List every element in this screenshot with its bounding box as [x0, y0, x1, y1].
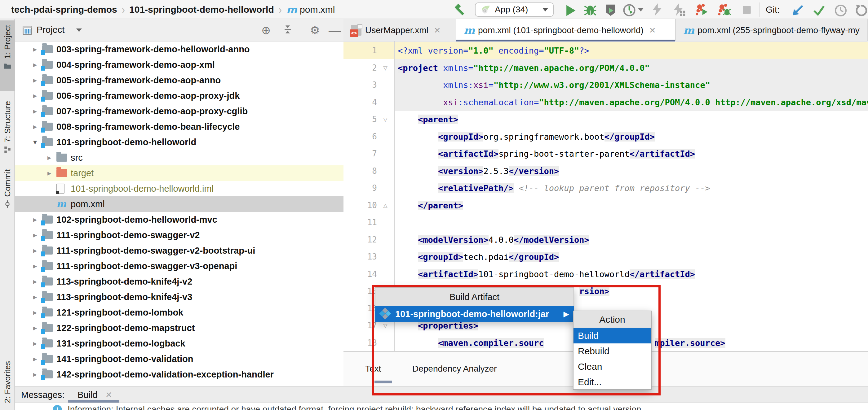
line-number: 18: [343, 335, 377, 351]
chevron-right-icon[interactable]: [28, 354, 42, 363]
chevron-right-icon[interactable]: [28, 76, 42, 84]
commit-icon: [3, 200, 11, 208]
chevron-right-icon[interactable]: [28, 107, 42, 115]
code-line: xsi:schemaLocation="http://maven.apache.…: [398, 94, 868, 111]
chevron-down-icon[interactable]: [76, 29, 82, 32]
tree-item[interactable]: 111-springboot-demo-swagger-v2: [15, 227, 343, 243]
toolbar-separator: [759, 2, 760, 17]
stripe-tab-commit[interactable]: Commit: [0, 165, 15, 217]
tree-item[interactable]: 113-springboot-demo-knife4j-v2: [15, 274, 343, 289]
tree-item[interactable]: 003-spring-framework-demo-helloworld-ann…: [15, 41, 343, 57]
profiler-chevron-icon[interactable]: [638, 8, 644, 11]
chevron-right-icon[interactable]: [42, 169, 56, 177]
tree-item[interactable]: 122-springboot-demo-mapstruct: [15, 320, 343, 336]
hide-panel-icon[interactable]: —: [329, 24, 341, 37]
chevron-right-icon[interactable]: [28, 308, 42, 317]
tree-item[interactable]: mpom.xml: [15, 196, 343, 212]
run-configuration-select[interactable]: App (34): [475, 2, 554, 17]
chevron-right-icon[interactable]: [42, 153, 56, 162]
fold-up-icon[interactable]: ▵: [383, 200, 388, 211]
chevron-right-icon[interactable]: [28, 370, 42, 379]
debug-button[interactable]: [583, 3, 597, 17]
module-icon: [42, 293, 56, 301]
chevron-right-icon[interactable]: [28, 122, 42, 131]
chevron-right-icon[interactable]: [28, 246, 42, 255]
tree-item[interactable]: 121-springboot-demo-lombok: [15, 305, 343, 320]
tree-item[interactable]: src: [15, 150, 343, 165]
tree-item-label: 003-spring-framework-demo-helloworld-ann…: [56, 44, 250, 55]
tree-item[interactable]: 142-springboot-demo-validation-exception…: [15, 367, 343, 382]
tree-item[interactable]: 008-spring-framework-demo-bean-lifecycle: [15, 119, 343, 134]
tree-item[interactable]: 102-springboot-demo-helloworld-mvc: [15, 212, 343, 227]
editor-tab-label: pom.xml (101-springboot-demo-helloworld): [478, 25, 644, 35]
chevron-right-icon[interactable]: [28, 293, 42, 301]
tree-item[interactable]: 004-spring-framework-demo-aop-xml: [15, 57, 343, 72]
history-clock-icon[interactable]: [834, 4, 847, 18]
run-button[interactable]: [564, 4, 577, 18]
breadcrumb-file[interactable]: m pom.xml: [286, 4, 335, 15]
build-hammer-icon[interactable]: [453, 3, 467, 17]
git-commit-button[interactable]: [812, 3, 826, 17]
chevron-down-icon[interactable]: [28, 138, 42, 146]
tree-item[interactable]: 101-springboot-demo-helloworld: [15, 134, 343, 150]
stripe-tab-favorites[interactable]: 2: Favorites: [0, 357, 15, 410]
project-view-icon: [22, 25, 33, 36]
line-number: 8: [343, 163, 377, 180]
editor-tab[interactable]: pom.xml (101-springboot-demo-helloworld): [456, 19, 676, 41]
chevron-right-icon[interactable]: [28, 60, 42, 69]
tree-item[interactable]: 131-springboot-demo-logback: [15, 336, 343, 351]
collapse-all-icon[interactable]: [281, 24, 294, 37]
run-with-coverage-button[interactable]: [604, 3, 618, 17]
tree-item[interactable]: 006-spring-framework-demo-aop-proxy-jdk: [15, 88, 343, 103]
module-icon: [42, 339, 56, 347]
tree-item[interactable]: target: [15, 165, 343, 181]
breadcrumb-module[interactable]: 101-springboot-demo-helloworld: [129, 4, 274, 15]
profiler-button[interactable]: [622, 3, 636, 17]
chevron-right-icon[interactable]: [28, 45, 42, 54]
artifact-item[interactable]: 101-springboot-demo-helloworld:jar: [375, 306, 574, 322]
editor-tab[interactable]: UserMapper.xml: [343, 19, 456, 41]
maven-file-icon: m: [286, 4, 297, 15]
stripe-tab-structure-label: 7: Structure: [3, 101, 12, 142]
stripe-tab-project[interactable]: 1: Project: [0, 21, 15, 91]
menu-item-clean[interactable]: Clean: [574, 359, 651, 374]
tree-item[interactable]: 113-springboot-demo-knife4j-v3: [15, 289, 343, 305]
chevron-right-icon[interactable]: [28, 323, 42, 332]
gear-icon[interactable]: ⚙: [309, 24, 321, 37]
module-icon: [42, 262, 56, 270]
menu-item-rebuild[interactable]: Rebuild: [574, 343, 651, 359]
editor-tab[interactable]: pom.xml (255-springboot-demo-flyway-my: [676, 19, 868, 41]
tree-item[interactable]: 111-springboot-demo-swagger-v2-bootstrap…: [15, 243, 343, 258]
close-icon[interactable]: [434, 26, 441, 35]
tree-item[interactable]: 005-spring-framework-demo-aop-anno: [15, 72, 343, 88]
fold-down-icon[interactable]: ▿: [383, 114, 388, 125]
tree-item[interactable]: 141-springboot-demo-validation: [15, 351, 343, 367]
chevron-right-icon[interactable]: [28, 339, 42, 348]
menu-item-edit[interactable]: Edit...: [574, 374, 651, 390]
stripe-tab-structure[interactable]: 7: Structure: [0, 97, 15, 159]
close-icon[interactable]: [649, 26, 656, 35]
spray-debug-button[interactable]: [717, 3, 731, 16]
tab-text-indicator: [374, 381, 392, 383]
menu-item-build[interactable]: Build: [574, 328, 651, 343]
chevron-right-icon[interactable]: [28, 262, 42, 270]
fold-down-icon[interactable]: ▿: [383, 62, 388, 73]
breadcrumb-project[interactable]: tech-pdai-spring-demos: [11, 4, 117, 15]
tool-window-stripe: 1: Project 7: Structure Commit 2: Favori…: [0, 19, 15, 410]
line-number: 14: [343, 266, 377, 283]
tree-item[interactable]: 007-spring-framework-demo-aop-proxy-cgli…: [15, 103, 343, 119]
git-update-button[interactable]: [791, 3, 805, 17]
revert-button[interactable]: [855, 4, 868, 18]
tab-dependency-analyzer[interactable]: Dependency Analyzer: [412, 352, 497, 386]
spray-run-button[interactable]: [695, 3, 709, 16]
project-panel-title[interactable]: Project: [37, 25, 64, 35]
chevron-right-icon[interactable]: [28, 215, 42, 224]
chevron-right-icon[interactable]: [28, 91, 42, 100]
chevron-right-icon[interactable]: [28, 277, 42, 286]
tree-item-label: 131-springboot-demo-logback: [56, 338, 185, 349]
locate-file-icon[interactable]: ⊕: [260, 24, 272, 37]
chevron-right-icon[interactable]: [28, 231, 42, 239]
tree-item-label: 005-spring-framework-demo-aop-anno: [56, 75, 221, 86]
tree-item[interactable]: 101-springboot-demo-helloworld.iml: [15, 181, 343, 196]
tree-item[interactable]: 111-springboot-demo-swagger-v3-openapi: [15, 258, 343, 274]
